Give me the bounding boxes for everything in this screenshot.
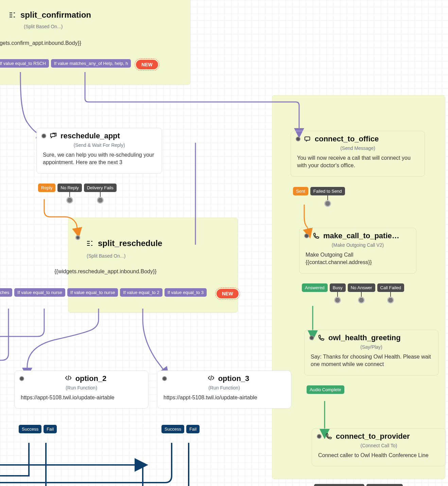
output-pill-ended[interactable]: Connected Call Ended [314, 484, 364, 486]
widget-subtitle: (Split Based On...) [24, 24, 63, 29]
condition-pill[interactable]: If value equal_to 3 [165, 288, 207, 297]
output-pill-noreply[interactable]: No Reply [57, 184, 82, 192]
new-condition-button[interactable]: NEW [217, 289, 239, 298]
code-icon [65, 374, 72, 383]
output-pill-fail[interactable]: Fail [186, 425, 200, 433]
widget-owl-health-greeting[interactable]: owl_health_greeting (Say/Play) Say: Than… [304, 330, 438, 376]
widget-connect-to-provider[interactable]: connect_to_provider (Connect Call To) Co… [312, 428, 446, 466]
widget-title: make_call_to_patie… [323, 231, 399, 240]
widget-title: split_reschedule [98, 239, 162, 248]
condition-label: If value equal_to nurse [70, 290, 115, 295]
input-port[interactable] [304, 233, 309, 238]
widget-subtitle: (Run Function) [157, 383, 291, 394]
condition-label: If value equal_to RSCH [0, 61, 46, 66]
widget-title: split_confirmation [20, 10, 91, 20]
widget-subtitle: (Send & Wait For Reply) [37, 140, 162, 151]
output-pill-delivery-fails[interactable]: Delivery Fails [84, 184, 117, 192]
widget-subtitle: (Split Based On...) [87, 253, 125, 259]
input-port[interactable] [309, 335, 314, 340]
split-confirmation-conditions: If value equal_to RSCH If value matches_… [0, 59, 131, 68]
condition-pill[interactable]: If value equal_to nurse [67, 288, 118, 297]
widget-body: https://appt-5108.twil.io/update-airtabl… [157, 394, 291, 408]
option-3-outputs: Success Fail [161, 425, 200, 433]
option-2-outputs: Success Fail [19, 425, 57, 433]
output-pill-busy[interactable]: Busy [330, 283, 346, 292]
input-port[interactable] [41, 134, 46, 138]
widget-connect-to-office[interactable]: connect_to_office (Send Message) You wil… [291, 131, 425, 177]
svg-rect-0 [305, 137, 310, 140]
output-pill-success[interactable]: Success [19, 425, 41, 433]
condition-pill[interactable]: If value equal_to nurse [14, 288, 65, 297]
new-label: NEW [222, 291, 233, 296]
condition-label: If value matches_any_of Help, help, h [54, 61, 128, 66]
widget-subtitle: (Run Function) [15, 383, 148, 394]
output-pill-noanswer[interactable]: No Answer [348, 283, 375, 292]
condition-label: If value equal_to nurse [17, 290, 62, 295]
output-pill-sent[interactable]: Sent [293, 187, 308, 195]
pill-label: Audio Complete [310, 387, 341, 392]
widget-title: connect_to_provider [336, 432, 410, 441]
condition-label: atches [0, 290, 9, 295]
widget-body: Sure, we can help you with re-scheduling… [37, 151, 162, 173]
output-pill-hung[interactable]: Caller Hung Up [366, 484, 403, 486]
output-pill-audio-complete[interactable]: Audio Complete [307, 385, 344, 394]
pill-label: Reply [41, 185, 52, 190]
widget-body: You will now receive a call that will co… [291, 154, 425, 176]
output-pill-success[interactable]: Success [161, 425, 184, 433]
reschedule-appt-outputs: Reply No Reply Delivery Fails [38, 184, 117, 192]
widget-make-call[interactable]: make_call_to_patie… (Make Outgoing Call … [299, 228, 416, 274]
condition-pill[interactable]: If value equal_to RSCH [0, 59, 49, 68]
output-pill-answered[interactable]: Answered [302, 283, 328, 292]
pill-label: No Reply [61, 185, 79, 190]
condition-label: If value equal_to 2 [123, 290, 159, 295]
input-port[interactable] [296, 137, 300, 141]
pill-label: Busy [333, 285, 343, 290]
condition-label: If value equal_to 3 [168, 290, 204, 295]
new-condition-button[interactable]: NEW [136, 60, 158, 69]
condition-pill[interactable]: If value equal_to 2 [120, 288, 162, 297]
widget-title: option_2 [75, 374, 107, 383]
widget-reschedule-appt[interactable]: reschedule_appt (Send & Wait For Reply) … [36, 128, 162, 174]
widget-expression: dgets.confirm_appt.inbound.Body}} [0, 40, 81, 46]
condition-pill[interactable]: atches [0, 288, 12, 297]
widget-split-confirmation-title-row[interactable]: split_confirmation [8, 10, 91, 20]
region-reschedule-split [68, 218, 238, 313]
output-pill-callfailed[interactable]: Call Failed [377, 283, 404, 292]
output-pill-reply[interactable]: Reply [38, 184, 55, 192]
widget-body: Connect caller to Owl Health Conference … [312, 452, 446, 466]
pill-label: No Answer [351, 285, 372, 290]
pill-label: Fail [47, 427, 54, 432]
widget-subtitle: (Connect Call To) [312, 441, 446, 452]
input-port[interactable] [162, 376, 167, 381]
widget-option-2[interactable]: option_2 (Run Function) https://appt-510… [14, 370, 149, 409]
phone-icon [312, 232, 320, 240]
pill-label: Failed to Send [313, 189, 342, 194]
pill-label: Answered [305, 285, 325, 290]
connect-to-provider-outputs: Connected Call Ended Caller Hung Up [314, 484, 403, 486]
widget-subtitle: (Send Message) [291, 143, 425, 154]
widget-split-reschedule-title-row[interactable]: split_reschedule [86, 239, 162, 248]
widget-body: https://appt-5108.twil.io/update-airtabl… [15, 394, 148, 408]
output-pill-failed[interactable]: Failed to Send [310, 187, 345, 195]
split-reschedule-conditions: atches If value equal_to nurse If value … [0, 288, 207, 297]
input-port[interactable] [19, 376, 24, 381]
pill-label: Success [22, 427, 38, 432]
pill-label: Sent [296, 189, 305, 194]
chat-icon [50, 132, 57, 140]
widget-subtitle: (Say/Play) [305, 342, 438, 353]
pill-label: Call Failed [380, 285, 401, 290]
phone-icon [325, 433, 332, 440]
owl-health-outputs: Audio Complete [307, 385, 344, 394]
output-pill-fail[interactable]: Fail [44, 425, 57, 433]
input-port[interactable] [75, 235, 80, 240]
widget-title: owl_health_greeting [328, 333, 401, 342]
widget-title: option_3 [218, 374, 249, 383]
input-port[interactable] [317, 434, 322, 439]
split-icon [86, 239, 94, 247]
condition-pill[interactable]: If value matches_any_of Help, help, h [51, 59, 131, 68]
widget-option-3[interactable]: option_3 (Run Function) https://appt-510… [157, 370, 291, 409]
widget-title: connect_to_office [315, 135, 379, 143]
widget-title: reschedule_appt [61, 132, 120, 140]
widget-body: Say: Thanks for choosing Owl Health. Ple… [305, 353, 438, 375]
pill-label: Success [165, 427, 181, 432]
